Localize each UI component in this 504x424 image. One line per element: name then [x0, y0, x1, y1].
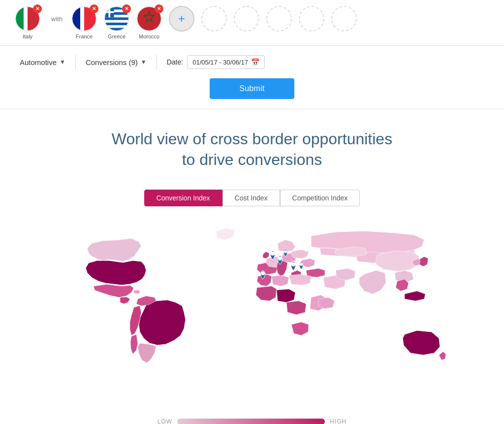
remove-france-btn[interactable]: ✕: [90, 4, 98, 13]
date-range-box[interactable]: 01/05/17 - 30/06/17 📅: [187, 55, 265, 69]
remove-greece-btn[interactable]: ✕: [122, 4, 131, 13]
add-icon: +: [178, 13, 185, 25]
remove-italy-btn[interactable]: ✕: [33, 4, 42, 13]
date-control: Date: 01/05/17 - 30/06/17 📅: [167, 55, 265, 69]
main-divider: [0, 109, 504, 109]
empty-slot-2: [234, 6, 259, 39]
index-tabs: Conversion Index Cost Index Competition …: [10, 190, 494, 206]
svg-rect-7: [105, 20, 128, 23]
calendar-icon: 📅: [251, 58, 259, 66]
industry-dropdown[interactable]: Automotive ▼: [20, 56, 65, 68]
conversions-label: Conversions (9): [86, 58, 138, 66]
tab-competition-index[interactable]: Competition Index: [280, 190, 360, 206]
controls-row: Automotive ▼ Conversions (9) ▼ Date: 01/…: [0, 46, 504, 78]
country-item-italy: ✕ Italy: [15, 6, 40, 39]
tab-conversion-index[interactable]: Conversion Index: [144, 190, 222, 206]
svg-point-19: [291, 262, 295, 266]
add-country-circle[interactable]: +: [169, 6, 194, 32]
legend-high-label: HIGH: [330, 418, 346, 424]
tab-cost-index[interactable]: Cost Index: [222, 190, 280, 206]
with-label: with: [51, 15, 63, 31]
svg-point-21: [284, 250, 287, 253]
conversions-dropdown[interactable]: Conversions (9) ▼: [86, 56, 147, 68]
empty-slot-1: [201, 6, 227, 39]
empty-slot-3: [266, 6, 292, 39]
top-bar: ✕ Italy with ✕ France: [0, 0, 504, 46]
country-item-morocco: ✕ Morocco: [136, 6, 162, 39]
page-title: World view of cross border opportunities…: [10, 124, 494, 175]
industry-chevron-icon: ▼: [60, 59, 65, 65]
empty-slot-4: [299, 6, 324, 39]
country-item-greece: ✕ Greece: [104, 6, 129, 39]
svg-rect-16: [134, 290, 140, 294]
map-container: LOW HIGH: [10, 221, 494, 424]
submit-button[interactable]: Submit: [210, 78, 294, 99]
country-item-france: ✕ France: [71, 6, 97, 39]
date-label: Date:: [167, 58, 183, 66]
map-legend: LOW HIGH: [158, 418, 346, 424]
industry-label: Automotive: [20, 58, 57, 66]
submit-row: Submit: [0, 78, 504, 109]
conversions-chevron-icon: ▼: [141, 59, 147, 65]
france-label: France: [76, 33, 93, 39]
add-country-slot: +: [169, 6, 194, 39]
svg-rect-11: [105, 11, 114, 13]
remove-morocco-btn[interactable]: ✕: [155, 4, 163, 13]
world-map: [50, 221, 454, 408]
morocco-label: Morocco: [139, 33, 159, 39]
italy-label: Italy: [23, 33, 32, 39]
empty-slot-5: [331, 6, 357, 39]
controls-divider-1: [75, 55, 76, 69]
main-content: World view of cross border opportunities…: [0, 124, 504, 424]
controls-divider-2: [157, 55, 157, 69]
svg-rect-8: [105, 25, 128, 28]
svg-point-22: [300, 263, 303, 266]
legend-low-label: LOW: [158, 418, 172, 424]
svg-point-20: [261, 271, 265, 275]
date-value: 01/05/17 - 30/06/17: [192, 59, 248, 66]
greece-label: Greece: [108, 33, 126, 39]
svg-point-18: [271, 252, 275, 256]
legend-gradient-bar: [177, 419, 325, 424]
svg-point-17: [278, 257, 282, 261]
